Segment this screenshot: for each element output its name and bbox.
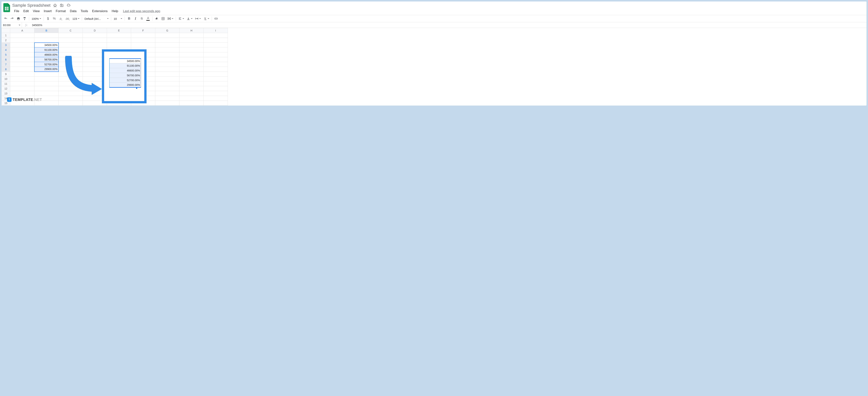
cell-B8[interactable]: 29900.00% [34,67,59,72]
menu-help[interactable]: Help [110,8,120,14]
font-size-dropdown[interactable]: 10 [113,16,123,21]
cell-B11[interactable] [34,81,59,86]
cell-I11[interactable] [204,81,228,86]
cell-B3[interactable]: 34500.00% [34,43,59,48]
cell-B5[interactable]: 46600.00% [34,52,59,57]
menu-file[interactable]: File [12,8,21,14]
cell-I10[interactable] [204,77,228,81]
sheets-logo[interactable] [3,3,10,13]
cell-H3[interactable] [180,43,204,48]
cell-G12[interactable] [155,86,180,91]
cell-H4[interactable] [180,48,204,52]
cell-G6[interactable] [155,57,180,62]
strikethrough-icon[interactable]: S [139,16,145,21]
cell-I1[interactable] [204,33,228,38]
percent-icon[interactable]: % [52,16,57,21]
cell-I9[interactable] [204,72,228,77]
column-header-G[interactable]: G [155,28,180,33]
cell-H11[interactable] [180,81,204,86]
menu-data[interactable]: Data [68,8,79,14]
cell-B7[interactable]: 52700.00% [34,62,59,67]
row-header-1[interactable]: 1 [2,33,10,38]
cell-I13[interactable] [204,91,228,96]
menu-tools[interactable]: Tools [79,8,90,14]
cloud-icon[interactable] [66,3,70,7]
cell-G7[interactable] [155,62,180,67]
column-header-D[interactable]: D [83,28,107,33]
cell-I15[interactable] [204,101,228,106]
horizontal-align-dropdown[interactable] [177,16,185,21]
cell-A13[interactable] [10,91,34,96]
column-header-C[interactable]: C [59,28,83,33]
column-header-E[interactable]: E [107,28,131,33]
cell-B2[interactable] [34,38,59,43]
row-header-11[interactable]: 11 [2,81,10,86]
cell-A1[interactable] [10,33,34,38]
row-header-7[interactable]: 7 [2,62,10,67]
cell-I8[interactable] [204,67,228,72]
cell-I6[interactable] [204,57,228,62]
cell-H13[interactable] [180,91,204,96]
bold-icon[interactable]: B [126,16,132,21]
menu-edit[interactable]: Edit [21,8,31,14]
cell-E1[interactable] [107,33,131,38]
move-icon[interactable] [60,3,64,7]
cell-B4[interactable]: 91100.00% [34,48,59,52]
cell-C15[interactable] [59,101,83,106]
cell-I2[interactable] [204,38,228,43]
cell-C1[interactable] [59,33,83,38]
cell-G3[interactable] [155,43,180,48]
select-all-corner[interactable] [2,28,10,33]
font-dropdown[interactable]: Default (Ari... [84,16,110,21]
cell-D2[interactable] [83,38,107,43]
cell-I14[interactable] [204,96,228,101]
text-wrap-dropdown[interactable] [194,16,202,21]
zoom-dropdown[interactable]: 100% [31,16,42,21]
text-color-icon[interactable]: A [145,16,151,21]
document-title[interactable]: Sample Spreadsheet [12,3,51,8]
row-header-9[interactable]: 9 [2,72,10,77]
italic-icon[interactable]: I [132,16,138,21]
cell-G15[interactable] [155,101,180,106]
cell-H7[interactable] [180,62,204,67]
insert-link-icon[interactable] [213,16,219,21]
row-header-2[interactable]: 2 [2,38,10,43]
cell-D3[interactable] [83,43,107,48]
vertical-align-dropdown[interactable] [186,16,193,21]
row-header-4[interactable]: 4 [2,48,10,52]
cell-C11[interactable] [59,81,83,86]
cell-E2[interactable] [107,38,131,43]
more-formats-dropdown[interactable]: 123 [71,16,80,21]
text-rotation-dropdown[interactable] [203,16,210,21]
print-icon[interactable] [16,16,21,21]
cell-G4[interactable] [155,48,180,52]
cell-A7[interactable] [10,62,34,67]
cell-F2[interactable] [131,38,155,43]
menu-view[interactable]: View [31,8,42,14]
column-header-F[interactable]: F [131,28,155,33]
cell-H6[interactable] [180,57,204,62]
cell-C10[interactable] [59,77,83,81]
cell-C5[interactable] [59,52,83,57]
cell-A4[interactable] [10,48,34,52]
cell-C3[interactable] [59,43,83,48]
cell-G2[interactable] [155,38,180,43]
name-box[interactable]: B3:B8 [1,22,22,28]
cell-C8[interactable] [59,67,83,72]
cell-I3[interactable] [204,43,228,48]
cell-G11[interactable] [155,81,180,86]
cell-G8[interactable] [155,67,180,72]
cell-A2[interactable] [10,38,34,43]
cell-H8[interactable] [180,67,204,72]
cell-B6[interactable]: 56700.00% [34,57,59,62]
cell-C6[interactable] [59,57,83,62]
cell-G13[interactable] [155,91,180,96]
cell-H12[interactable] [180,86,204,91]
increase-decimal-icon[interactable]: .00 [64,16,71,21]
cell-B9[interactable] [34,72,59,77]
cell-A6[interactable] [10,57,34,62]
cell-G10[interactable] [155,77,180,81]
cell-I4[interactable] [204,48,228,52]
cell-A9[interactable] [10,72,34,77]
cell-B13[interactable] [34,91,59,96]
